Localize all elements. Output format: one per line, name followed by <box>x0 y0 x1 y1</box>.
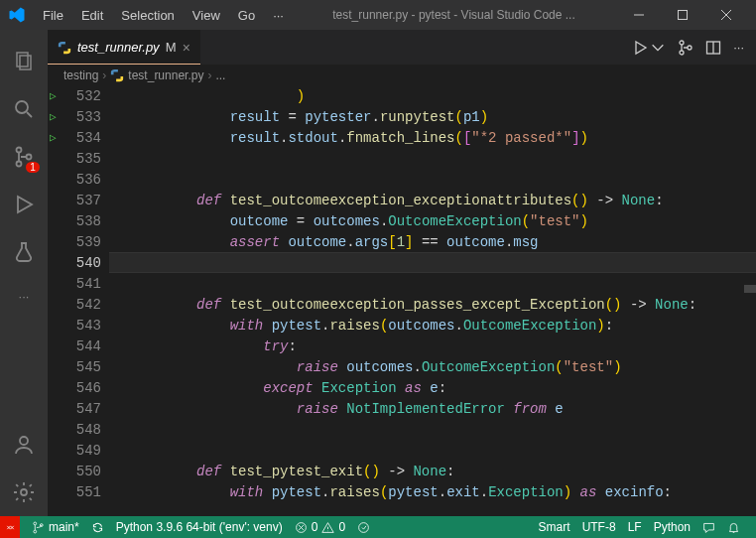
run-debug-icon[interactable] <box>0 181 48 228</box>
explorer-icon[interactable] <box>0 38 48 85</box>
line-number: 539 <box>67 232 101 253</box>
scrollbar[interactable] <box>744 285 756 293</box>
line-number: 536 <box>67 170 101 191</box>
svg-point-17 <box>359 522 369 532</box>
sync-status[interactable] <box>85 521 110 534</box>
problems-status[interactable]: 0 0 <box>289 520 351 534</box>
liveshare-icon[interactable] <box>351 521 376 534</box>
code-line[interactable]: ) <box>109 86 756 107</box>
editor-code[interactable]: ▷▷▷ 532533534535536537538539540541542543… <box>48 86 756 516</box>
svg-point-11 <box>688 46 692 50</box>
line-number: 541 <box>67 274 101 295</box>
code-line[interactable] <box>109 274 756 295</box>
tab-filename: test_runner.py <box>77 40 160 55</box>
tab-test-runner[interactable]: test_runner.py M × <box>48 30 200 65</box>
line-number: 551 <box>67 482 101 503</box>
code-line[interactable] <box>109 420 756 441</box>
tab-close-icon[interactable]: × <box>182 40 189 56</box>
code-line[interactable]: result.stdout.fnmatch_lines(["*2 passed*… <box>109 128 756 149</box>
diff-icon[interactable] <box>678 40 693 56</box>
code-line[interactable] <box>109 149 756 170</box>
code-line[interactable]: raise NotImplementedError from e <box>109 399 756 420</box>
language-status[interactable]: Python <box>648 520 696 534</box>
search-icon[interactable] <box>0 85 48 133</box>
menu-bar: File Edit Selection View Go ··· <box>36 4 291 27</box>
breadcrumbs[interactable]: testing › test_runner.py › ... <box>48 65 756 86</box>
accounts-icon[interactable] <box>0 421 48 469</box>
source-control-icon[interactable]: 1 <box>0 133 48 181</box>
code-line[interactable] <box>109 441 756 462</box>
svg-point-13 <box>34 522 37 525</box>
line-number: 549 <box>67 441 101 462</box>
code-line[interactable]: def test_outcomeexception_exceptionattri… <box>109 191 756 211</box>
menu-more[interactable]: ··· <box>266 4 291 27</box>
svg-rect-0 <box>679 11 688 20</box>
branch-status[interactable]: main* <box>26 520 85 534</box>
line-number: 545 <box>67 357 101 378</box>
menu-view[interactable]: View <box>186 4 227 27</box>
editor-actions: ··· <box>632 30 756 65</box>
overflow-icon[interactable]: ··· <box>0 276 48 316</box>
bell-icon[interactable] <box>721 521 746 534</box>
line-number: 543 <box>67 316 101 336</box>
maximize-button[interactable] <box>661 0 704 30</box>
spaces-status[interactable]: Smart <box>533 520 576 534</box>
svg-point-3 <box>16 101 28 113</box>
breadcrumb-file[interactable]: test_runner.py <box>128 68 203 82</box>
remote-button[interactable] <box>0 516 20 538</box>
activity-bar: 1 ··· <box>0 30 48 516</box>
code-line[interactable] <box>109 252 756 273</box>
code-line[interactable] <box>109 170 756 191</box>
breadcrumb-folder[interactable]: testing <box>63 68 98 82</box>
code-line[interactable]: try: <box>109 336 756 357</box>
eol-status[interactable]: LF <box>622 520 648 534</box>
title-bar: File Edit Selection View Go ··· test_run… <box>0 0 756 30</box>
svg-point-6 <box>27 155 32 160</box>
code-line[interactable]: assert outcome.args[1] == outcome.msg <box>109 232 756 253</box>
encoding-status[interactable]: UTF-8 <box>576 520 622 534</box>
python-interpreter[interactable]: Python 3.9.6 64-bit ('env': venv) <box>110 520 289 534</box>
more-actions-icon[interactable]: ··· <box>733 40 744 55</box>
line-number: 547 <box>67 399 101 420</box>
run-test-glyph[interactable]: ▷ <box>50 128 67 149</box>
scm-badge: 1 <box>26 162 40 173</box>
menu-edit[interactable]: Edit <box>74 4 110 27</box>
code-line[interactable]: except Exception as e: <box>109 378 756 399</box>
line-number: 548 <box>67 420 101 441</box>
split-editor-icon[interactable] <box>705 40 721 56</box>
code-line[interactable]: with pytest.raises(pytest.exit.Exception… <box>109 482 756 503</box>
minimize-button[interactable] <box>617 0 661 30</box>
menu-selection[interactable]: Selection <box>114 4 181 27</box>
run-test-glyph[interactable]: ▷ <box>50 86 67 107</box>
chevron-icon: › <box>207 68 211 82</box>
svg-point-10 <box>680 51 684 55</box>
menu-file[interactable]: File <box>36 4 70 27</box>
line-number: 550 <box>67 462 101 482</box>
code-line[interactable]: with pytest.raises(outcomes.OutcomeExcep… <box>109 316 756 336</box>
tab-bar: test_runner.py M × ··· <box>48 30 756 65</box>
run-test-glyph[interactable]: ▷ <box>50 107 67 128</box>
code-line[interactable]: raise outcomes.OutcomeException("test") <box>109 357 756 378</box>
close-button[interactable] <box>704 0 748 30</box>
run-file-button[interactable] <box>632 40 666 56</box>
status-bar: main* Python 3.9.6 64-bit ('env': venv) … <box>0 516 756 538</box>
code-line[interactable]: def test_outcomeexception_passes_except_… <box>109 295 756 316</box>
line-number: 538 <box>67 211 101 232</box>
code-line[interactable]: def test_pytest_exit() -> None: <box>109 462 756 482</box>
code-line[interactable]: outcome = outcomes.OutcomeException("tes… <box>109 211 756 232</box>
tab-modified-indicator: M <box>166 40 177 55</box>
code-line[interactable]: result = pytester.runpytest(p1) <box>109 107 756 128</box>
testing-icon[interactable] <box>0 228 48 276</box>
settings-gear-icon[interactable] <box>0 469 48 516</box>
breadcrumb-more[interactable]: ... <box>215 68 225 82</box>
line-number: 532 <box>67 86 101 107</box>
svg-rect-2 <box>20 56 31 69</box>
python-file-icon <box>110 68 124 82</box>
menu-go[interactable]: Go <box>231 4 262 27</box>
line-number: 546 <box>67 378 101 399</box>
line-number: 544 <box>67 336 101 357</box>
svg-point-5 <box>17 162 22 167</box>
editor-area: test_runner.py M × ··· testing › test_ru… <box>48 30 756 516</box>
svg-rect-1 <box>17 53 28 67</box>
feedback-icon[interactable] <box>696 521 721 534</box>
